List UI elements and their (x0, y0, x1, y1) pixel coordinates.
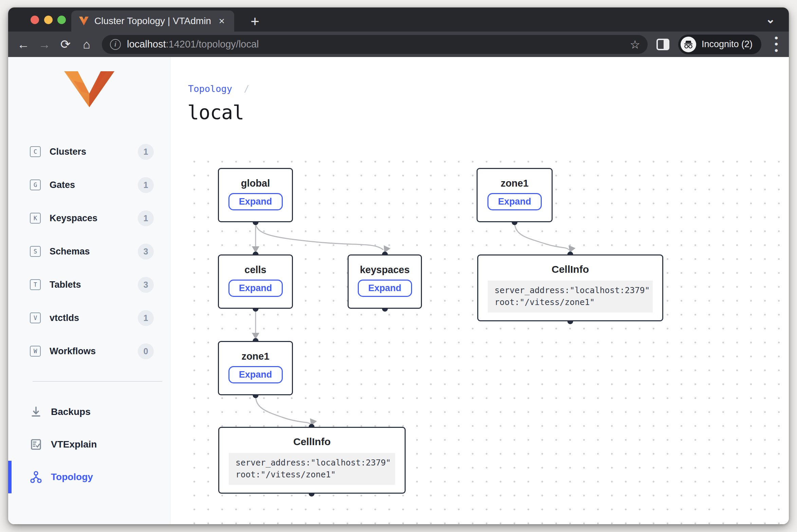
sidebar-item-topology[interactable]: Topology (8, 461, 170, 493)
node-zone1-lower[interactable]: zone1 Expand (218, 341, 293, 395)
sidebar-item-label: Tablets (50, 280, 81, 290)
node-cells[interactable]: cells Expand (218, 254, 293, 309)
sidebar-item-vtexplain[interactable]: VTExplain (8, 428, 170, 461)
node-cellinfo-bottom[interactable]: CellInfo server_address:"localhost:2379"… (218, 427, 406, 494)
breadcrumb-topology-link[interactable]: Topology (188, 83, 232, 94)
sidebar-item-label: Schemas (50, 246, 90, 257)
sidebar-divider (33, 381, 162, 382)
sidebar-item-label: Workflows (50, 346, 96, 357)
keyspaces-icon: K (30, 213, 41, 224)
schemas-icon: S (30, 246, 41, 257)
count-badge: 3 (138, 277, 154, 293)
expand-button[interactable]: Expand (228, 366, 283, 383)
count-badge: 3 (138, 244, 154, 260)
code-line: server_address:"localhost:2379" (495, 285, 646, 297)
count-badge: 0 (138, 343, 154, 359)
main-content: Topology / local (170, 57, 789, 524)
sidebar-item-vtctlds[interactable]: V vtctlds 1 (8, 301, 170, 335)
chevron-down-icon[interactable]: ⌄ (766, 12, 776, 26)
sidebar-item-clusters[interactable]: C Clusters 1 (8, 135, 170, 168)
topology-canvas[interactable]: global Expand zone1 Expand cells Expand … (183, 149, 789, 524)
tablets-icon: T (30, 279, 41, 290)
browser-menu-icon[interactable]: ••• (770, 35, 783, 54)
sidebar-nav: C Clusters 1 G Gates 1 K Keyspaces 1 S S… (8, 135, 170, 368)
browser-toolbar: ← → ⟳ ⌂ i localhost:14201/topology/local… (8, 32, 789, 57)
sidebar-item-label: Backups (51, 406, 91, 417)
tab-title: Cluster Topology | VTAdmin (94, 16, 211, 26)
sidebar-item-schemas[interactable]: S Schemas 3 (8, 235, 170, 268)
fullscreen-window-button[interactable] (57, 16, 66, 24)
incognito-icon (681, 37, 696, 52)
sidebar-item-gates[interactable]: G Gates 1 (8, 168, 170, 202)
reload-icon[interactable]: ⟳ (55, 37, 76, 52)
close-tab-icon[interactable]: × (217, 16, 227, 26)
node-title: CellInfo (219, 436, 405, 448)
code-line: root:"/vitess/zone1" (236, 469, 388, 481)
tab-bar: Cluster Topology | VTAdmin × + ⌄ (8, 7, 789, 32)
code-line: root:"/vitess/zone1" (495, 297, 646, 308)
code-line: server_address:"localhost:2379" (236, 457, 388, 469)
node-zone1-top[interactable]: zone1 Expand (477, 168, 553, 222)
vtctlds-icon: V (30, 312, 41, 323)
cellinfo-code: server_address:"localhost:2379"root:"/vi… (229, 453, 395, 485)
back-icon[interactable]: ← (13, 37, 34, 52)
sidebar-item-label: Gates (50, 180, 75, 190)
node-title: zone1 (478, 178, 552, 189)
expand-button[interactable]: Expand (228, 280, 283, 297)
node-title: CellInfo (478, 264, 662, 275)
clusters-icon: C (30, 146, 41, 157)
count-badge: 1 (138, 310, 154, 326)
vitess-logo (63, 71, 115, 108)
sidebar-item-label: VTExplain (51, 439, 97, 450)
topology-icon (29, 470, 43, 484)
url-host: localhost (127, 39, 166, 50)
expand-button[interactable]: Expand (487, 193, 542, 210)
node-title: keyspaces (349, 264, 421, 276)
minimize-window-button[interactable] (44, 16, 53, 24)
breadcrumb: Topology / (188, 83, 249, 94)
browser-tab[interactable]: Cluster Topology | VTAdmin × (71, 11, 234, 32)
sidebar-tools: Backups VTExplain (8, 396, 170, 493)
browser-window: Cluster Topology | VTAdmin × + ⌄ ← → ⟳ ⌂… (8, 7, 789, 524)
sidebar-item-workflows[interactable]: W Workflows 0 (8, 335, 170, 368)
sidebar-item-label: Keyspaces (50, 213, 97, 224)
count-badge: 1 (138, 177, 154, 193)
incognito-label: Incognito (2) (702, 39, 753, 50)
close-window-button[interactable] (31, 16, 39, 24)
sidebar-item-label: Clusters (50, 147, 86, 157)
forward-icon[interactable]: → (34, 37, 55, 52)
node-title: cells (219, 264, 292, 276)
node-title: zone1 (219, 351, 292, 362)
sidebar-item-label: vtctlds (50, 313, 79, 323)
node-cellinfo-right[interactable]: CellInfo server_address:"localhost:2379"… (477, 254, 663, 321)
download-icon (29, 405, 43, 419)
expand-button[interactable]: Expand (228, 193, 283, 210)
gates-icon: G (30, 179, 41, 190)
incognito-badge[interactable]: Incognito (2) (678, 35, 761, 54)
new-tab-button[interactable]: + (246, 12, 264, 31)
sidebar-item-tablets[interactable]: T Tablets 3 (8, 268, 170, 301)
count-badge: 1 (138, 144, 154, 160)
sidebar-item-backups[interactable]: Backups (8, 396, 170, 428)
workflows-icon: W (30, 346, 41, 357)
vtadmin-app: C Clusters 1 G Gates 1 K Keyspaces 1 S S… (8, 57, 789, 524)
cellinfo-code: server_address:"localhost:2379"root:"/vi… (488, 281, 653, 312)
node-title: global (219, 178, 292, 189)
url-path: :14201/topology/local (166, 39, 259, 50)
home-icon[interactable]: ⌂ (76, 37, 97, 52)
url-bar[interactable]: i localhost:14201/topology/local ☆ (102, 35, 648, 54)
url-text: localhost:14201/topology/local (127, 39, 259, 50)
sidebar-item-keyspaces[interactable]: K Keyspaces 1 (8, 202, 170, 235)
side-panel-icon[interactable] (656, 39, 669, 50)
info-icon[interactable]: i (110, 39, 121, 50)
vitess-favicon (79, 16, 89, 26)
node-keyspaces[interactable]: keyspaces Expand (348, 254, 422, 309)
page-title: local (187, 101, 244, 124)
node-global[interactable]: global Expand (218, 168, 293, 222)
sidebar: C Clusters 1 G Gates 1 K Keyspaces 1 S S… (8, 57, 170, 524)
active-nav-indicator (8, 461, 12, 493)
vtexplain-icon (29, 438, 43, 451)
bookmark-star-icon[interactable]: ☆ (630, 38, 640, 51)
breadcrumb-separator: / (244, 83, 249, 94)
expand-button[interactable]: Expand (358, 280, 412, 297)
